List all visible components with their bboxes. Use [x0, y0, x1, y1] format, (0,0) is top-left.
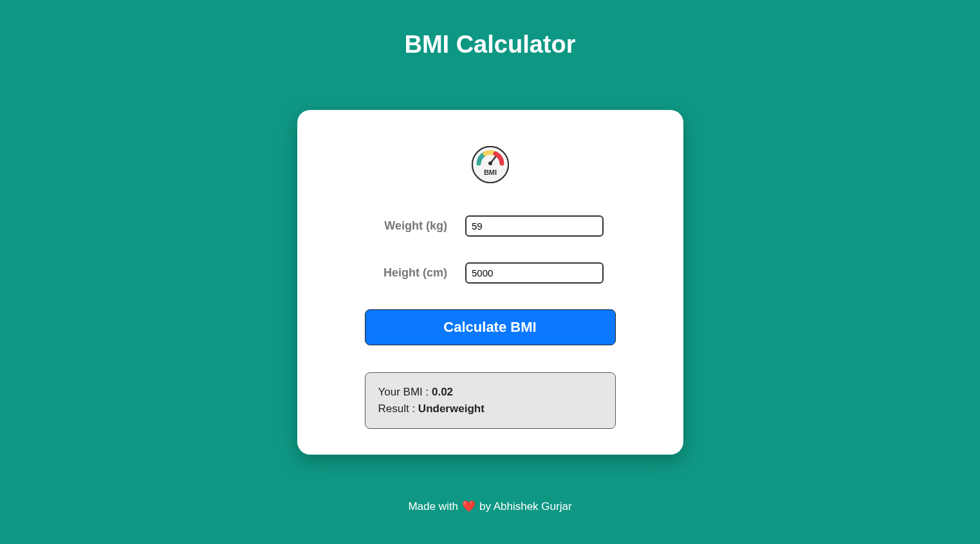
- calculate-button[interactable]: Calculate BMI: [365, 309, 616, 345]
- weight-row: Weight (kg): [329, 215, 651, 237]
- height-input[interactable]: [465, 262, 604, 284]
- height-row: Height (cm): [329, 262, 651, 284]
- result-label: Result :: [378, 403, 418, 415]
- footer-suffix: by Abhishek Gurjar: [479, 500, 572, 513]
- svg-text:BMI: BMI: [483, 168, 496, 176]
- calculator-card: BMI Weight (kg) Height (cm) Calculate BM…: [297, 110, 683, 455]
- bmi-value: 0.02: [432, 386, 453, 398]
- result-line: Result : Underweight: [378, 403, 602, 415]
- footer-prefix: Made with: [408, 500, 458, 513]
- bmi-line: Your BMI : 0.02: [378, 386, 602, 399]
- heart-icon: ❤️: [462, 500, 476, 513]
- weight-input[interactable]: [465, 215, 604, 237]
- bmi-gauge-icon: BMI: [471, 145, 510, 184]
- page-title: BMI Calculator: [404, 31, 575, 59]
- height-label: Height (cm): [376, 266, 447, 280]
- weight-label: Weight (kg): [376, 219, 447, 233]
- footer: Made with ❤️ by Abhishek Gurjar: [408, 500, 571, 513]
- result-box: Your BMI : 0.02 Result : Underweight: [365, 372, 616, 429]
- bmi-logo: BMI: [471, 145, 510, 186]
- bmi-label: Your BMI :: [378, 386, 432, 398]
- result-value: Underweight: [418, 403, 485, 415]
